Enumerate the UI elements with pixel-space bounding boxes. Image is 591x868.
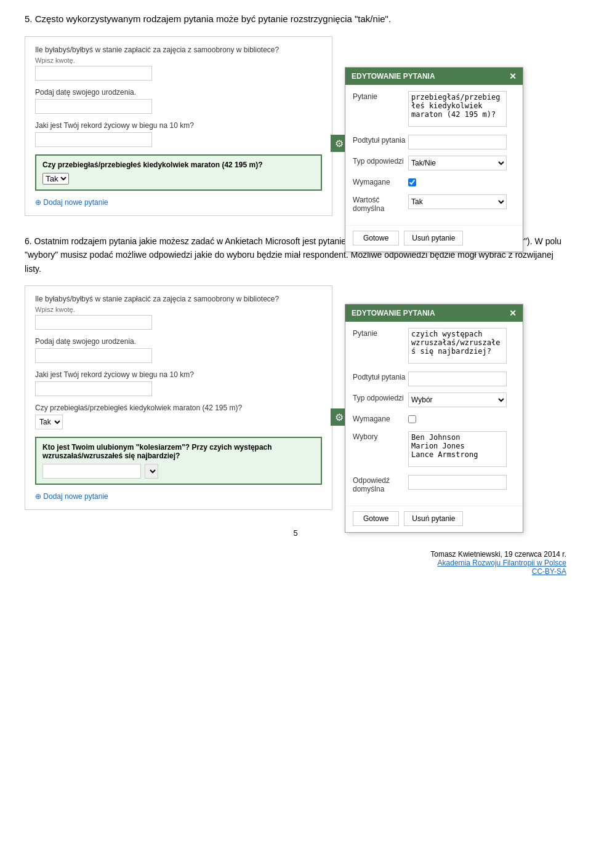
- edit-panel-2-header: EDYTOWANIE PYTANIA ✕: [345, 305, 523, 322]
- survey2-q3-label: Jaki jest Twój rekord życiowy w biegu na…: [35, 370, 322, 379]
- edit-row-wybory-2: Wybory Ben Johnson Marion Jones Lance Ar…: [353, 431, 515, 469]
- survey1-q3-label: Jaki jest Twój rekord życiowy w biegu na…: [35, 121, 322, 130]
- survey1-q4-dropdown: Tak Nie: [42, 173, 315, 185]
- edit-wartosc-label-1: Wartość domyślna: [353, 194, 408, 213]
- survey1-title-label: Ile byłabyś/byłbyś w stanie zapłacić za …: [35, 46, 322, 54]
- edit-typ-field-1: Tak/Nie Wybór Tekst: [408, 156, 515, 170]
- edit-odpowiedz-input-2[interactable]: [408, 475, 507, 490]
- footer: Tomasz Kwietniewski, 19 czerwca 2014 r. …: [25, 550, 566, 576]
- footer-author: Tomasz Kwietniewski, 19 czerwca 2014 r.: [25, 550, 566, 559]
- survey1-q1-hint: Wpisz kwotę.: [35, 57, 322, 64]
- survey2-area: Ile byłabyś/byłbyś w stanie zapłacić za …: [25, 285, 566, 510]
- edit-wymagane-checkbox-1[interactable]: [408, 178, 416, 186]
- edit-wartosc-field-1: Tak Nie: [408, 194, 515, 209]
- edit-pytanie-field-2: czyich występach wzruszałaś/wzruszałeś s…: [408, 328, 515, 365]
- survey2-q5-label: Kto jest Twoim ulubionym "kolesiarzem"? …: [42, 443, 315, 460]
- edit-row-podtytul-1: Podtytuł pytania: [353, 135, 515, 149]
- add-question-btn-1[interactable]: ⊕ Dodaj nowe pytanie: [35, 198, 322, 207]
- edit-row-pytanie-2: Pytanie czyich występach wzruszałaś/wzru…: [353, 328, 515, 365]
- survey2-q2-label: Podaj datę swojego urodzenia.: [35, 337, 322, 346]
- edit-typ-field-2: Wybór Tak/Nie Tekst: [408, 392, 515, 407]
- survey1-title-question: Ile byłabyś/byłbyś w stanie zapłacić za …: [35, 46, 322, 81]
- survey2-q4: Czy przebiegłaś/przebiegłeś kiedykolwiek…: [35, 404, 322, 429]
- edit-wymagane-field-2: [408, 413, 515, 425]
- edit-typ-label-2: Typ odpowiedzi: [353, 392, 408, 402]
- edit-typ-select-1[interactable]: Tak/Nie Wybór Tekst: [408, 156, 507, 170]
- edit-wymagane-field-1: [408, 177, 515, 188]
- form-panel-2: Ile byłabyś/byłbyś w stanie zapłacić za …: [25, 285, 332, 510]
- survey2-title-label: Ile byłabyś/byłbyś w stanie zapłacić za …: [35, 295, 322, 303]
- survey2-q4-select[interactable]: Tak Nie: [35, 415, 63, 429]
- edit-row-typ-2: Typ odpowiedzi Wybór Tak/Nie Tekst: [353, 392, 515, 407]
- edit-panel-1-footer: Gotowe Usuń pytanie: [345, 225, 523, 252]
- edit-panel-2-title: EDYTOWANIE PYTANIA: [352, 309, 435, 317]
- done-button-2[interactable]: Gotowe: [353, 511, 399, 526]
- delete-button-1[interactable]: Usuń pytanie: [404, 231, 463, 245]
- section5-heading: 5. Często wykorzystywanym rodzajem pytan…: [25, 12, 566, 25]
- edit-panel-1-header: EDYTOWANIE PYTANIA ✕: [345, 68, 523, 85]
- edit-odpowiedz-field-2: [408, 475, 515, 490]
- edit-pytanie-textarea-2[interactable]: czyich występach wzruszałaś/wzruszałeś s…: [408, 328, 507, 364]
- edit-row-podtytul-2: Podtytuł pytania: [353, 372, 515, 386]
- delete-button-2[interactable]: Usuń pytanie: [404, 511, 463, 526]
- survey1-q2: Podaj datę swojego urodzenia.: [35, 88, 322, 114]
- edit-panel-1-body: Pytanie przebiegłaś/przebiegłeś kiedykol…: [345, 85, 523, 225]
- edit-panel-2-footer: Gotowe Usuń pytanie: [345, 506, 523, 532]
- edit-pytanie-label-2: Pytanie: [353, 328, 408, 338]
- footer-org-link[interactable]: Akademia Rozwoju Filantropii w Polsce: [438, 559, 566, 567]
- edit-panel-1: EDYTOWANIE PYTANIA ✕ Pytanie przebiegłaś…: [345, 67, 523, 252]
- edit-panel-2: EDYTOWANIE PYTANIA ✕ Pytanie czyich wyst…: [345, 304, 523, 533]
- edit-wymagane-label-2: Wymagane: [353, 413, 408, 423]
- edit-wybory-field-2: Ben Johnson Marion Jones Lance Armstrong: [408, 431, 515, 469]
- survey1-q2-label: Podaj datę swojego urodzenia.: [35, 88, 322, 97]
- edit-odpowiedz-label-2: Odpowiedź domyślna: [353, 475, 408, 493]
- edit-typ-select-2[interactable]: Wybór Tak/Nie Tekst: [408, 392, 507, 407]
- survey1-area: Ile byłabyś/byłbyś w stanie zapłacić za …: [25, 36, 566, 216]
- edit-row-odpowiedz-2: Odpowiedź domyślna: [353, 475, 515, 493]
- edit-panel-2-close[interactable]: ✕: [509, 308, 517, 318]
- edit-row-wymagane-2: Wymagane: [353, 413, 515, 425]
- survey1-q4-select[interactable]: Tak Nie: [42, 173, 69, 185]
- survey1-q2-input[interactable]: [35, 99, 152, 114]
- survey2-q3: Jaki jest Twój rekord życiowy w biegu na…: [35, 370, 322, 396]
- edit-podtytul-label-1: Podtytuł pytania: [353, 135, 408, 145]
- edit-row-pytanie-1: Pytanie przebiegłaś/przebiegłeś kiedykol…: [353, 91, 515, 129]
- edit-wymagane-checkbox-2[interactable]: [408, 415, 416, 423]
- survey1-q3-input[interactable]: [35, 132, 152, 147]
- survey2-q3-input[interactable]: [35, 381, 152, 396]
- edit-podtytul-input-2[interactable]: [408, 372, 507, 386]
- survey1-q4-label: Czy przebiegłaś/przebiegłeś kiedykolwiek…: [42, 161, 315, 169]
- survey2-q5-select[interactable]: [145, 464, 158, 479]
- edit-podtytul-field-2: [408, 372, 515, 386]
- add-question-btn-2[interactable]: ⊕ Dodaj nowe pytanie: [35, 492, 322, 501]
- edit-wartosc-select-1[interactable]: Tak Nie: [408, 194, 507, 209]
- done-button-1[interactable]: Gotowe: [353, 231, 399, 245]
- edit-panel-1-title: EDYTOWANIE PYTANIA: [352, 72, 435, 81]
- edit-pytanie-field-1: przebiegłaś/przebiegłeś kiedykolwiek mar…: [408, 91, 515, 129]
- survey1-q4-highlighted: Czy przebiegłaś/przebiegłeś kiedykolwiek…: [35, 154, 322, 191]
- edit-wybory-label-2: Wybory: [353, 431, 408, 441]
- survey2-q4-label: Czy przebiegłaś/przebiegłeś kiedykolwiek…: [35, 404, 322, 412]
- survey2-q5-dropdown-row: [42, 464, 315, 479]
- edit-pytanie-label-1: Pytanie: [353, 91, 408, 101]
- edit-panel-1-close[interactable]: ✕: [509, 71, 517, 81]
- edit-podtytul-label-2: Podtytuł pytania: [353, 372, 408, 381]
- footer-license-link[interactable]: CC-BY-SA: [532, 567, 566, 576]
- survey2-q2-input[interactable]: [35, 348, 152, 363]
- survey1-q1-input[interactable]: [35, 66, 152, 81]
- survey1-q3: Jaki jest Twój rekord życiowy w biegu na…: [35, 121, 322, 147]
- edit-wybory-textarea-2[interactable]: Ben Johnson Marion Jones Lance Armstrong: [408, 431, 507, 467]
- survey2-q1-input[interactable]: [35, 315, 152, 330]
- edit-podtytul-field-1: [408, 135, 515, 149]
- survey2-q5-highlighted: Kto jest Twoim ulubionym "kolesiarzem"? …: [35, 437, 322, 485]
- edit-pytanie-textarea-1[interactable]: przebiegłaś/przebiegłeś kiedykolwiek mar…: [408, 91, 507, 127]
- survey2-q2: Podaj datę swojego urodzenia.: [35, 337, 322, 363]
- edit-podtytul-input-1[interactable]: [408, 135, 507, 149]
- edit-row-wartosc-1: Wartość domyślna Tak Nie: [353, 194, 515, 213]
- edit-panel-2-body: Pytanie czyich występach wzruszałaś/wzru…: [345, 322, 523, 506]
- edit-wymagane-label-1: Wymagane: [353, 177, 408, 186]
- survey2-q5-text[interactable]: [42, 464, 141, 479]
- edit-row-wymagane-1: Wymagane: [353, 177, 515, 188]
- form-panel-1: Ile byłabyś/byłbyś w stanie zapłacić za …: [25, 36, 332, 216]
- survey2-q1-hint: Wpisz kwotę.: [35, 306, 322, 313]
